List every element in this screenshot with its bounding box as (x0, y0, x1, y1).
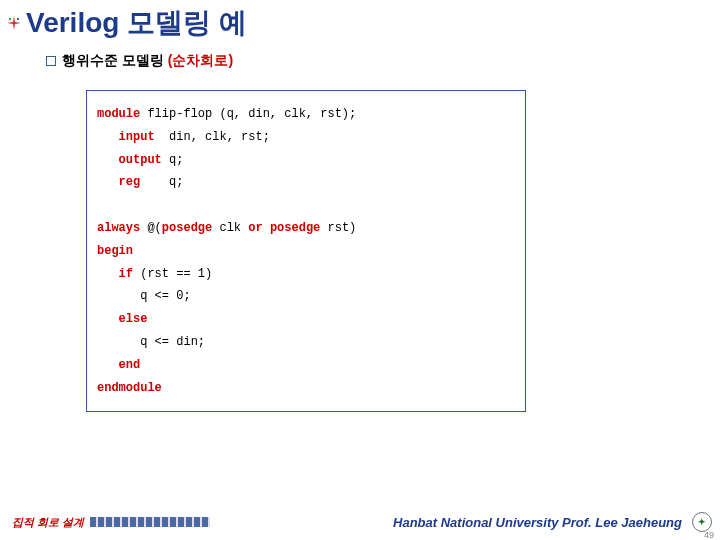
subtitle-highlight: (순차회로) (168, 52, 233, 68)
subtitle-prefix: 행위수준 모델링 (62, 52, 168, 68)
code-line: else (97, 308, 515, 331)
footer-right-text: Hanbat National University Prof. Lee Jae… (216, 515, 686, 530)
code-line: begin (97, 240, 515, 263)
svg-point-0 (9, 18, 11, 20)
footer-stripes-icon (90, 517, 210, 527)
page-number: 49 (704, 530, 714, 540)
code-line: input din, clk, rst; (97, 126, 515, 149)
svg-point-1 (17, 18, 19, 20)
code-line: endmodule (97, 377, 515, 400)
title-row: Verilog 모델링 예 (0, 0, 720, 42)
sparkle-icon (6, 15, 22, 31)
subtitle-row: 행위수준 모델링 (순차회로) (0, 42, 720, 70)
subtitle: 행위수준 모델링 (순차회로) (62, 52, 233, 70)
university-logo-icon: ✦ (692, 512, 712, 532)
code-line: always @(posedge clk or posedge rst) (97, 217, 515, 240)
code-line: module flip-flop (q, din, clk, rst); (97, 103, 515, 126)
square-bullet-icon (46, 56, 56, 66)
page-title: Verilog 모델링 예 (26, 4, 247, 42)
code-line (97, 194, 515, 217)
footer-left-text: 집적 회로 설계 (12, 515, 84, 530)
code-line: q <= din; (97, 331, 515, 354)
code-line: end (97, 354, 515, 377)
code-line: if (rst == 1) (97, 263, 515, 286)
footer: 집적 회로 설계 Hanbat National University Prof… (0, 512, 720, 532)
code-line: q <= 0; (97, 285, 515, 308)
code-block: module flip-flop (q, din, clk, rst); inp… (86, 90, 526, 412)
code-line: output q; (97, 149, 515, 172)
code-line: reg q; (97, 171, 515, 194)
